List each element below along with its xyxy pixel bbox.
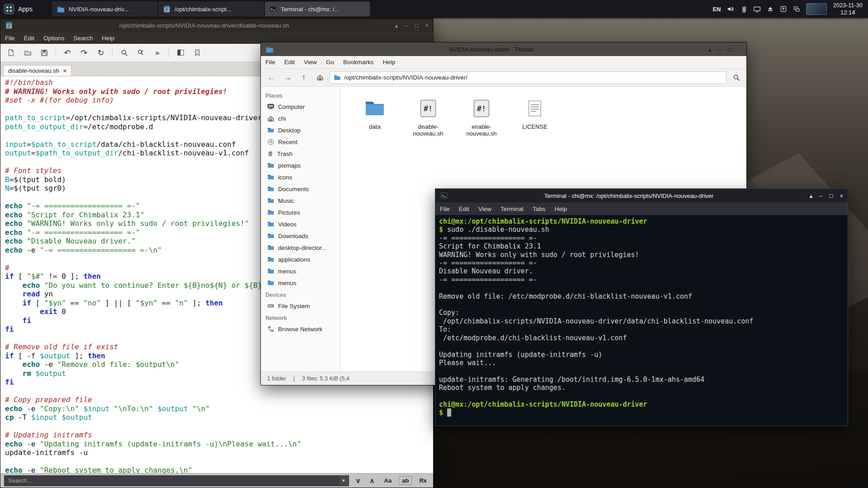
search-history-dropdown[interactable]: ▾ — [339, 475, 349, 486]
maximize-button[interactable]: □ — [830, 193, 833, 199]
replace-button[interactable] — [133, 46, 148, 60]
regex-toggle[interactable]: Rx — [416, 477, 429, 484]
thunar-menu-file[interactable]: File — [261, 57, 280, 67]
thunar-titlebar[interactable]: NVIDIA-nouveau-driver - Thunar ▴ – □ × — [261, 42, 746, 56]
taskbar-button-terminal[interactable]: Terminal - chi@mx: /... — [265, 2, 370, 16]
shade-button[interactable]: ▴ — [810, 193, 813, 199]
thunar-menu-bookmarks[interactable]: Bookmarks — [339, 57, 378, 67]
bookmark-button[interactable] — [189, 46, 205, 60]
find-button[interactable] — [116, 46, 132, 60]
apps-menu-button[interactable]: Apps — [2, 2, 37, 16]
terminal-titlebar[interactable]: Terminal - chi@mx: /opt/chimbalix-script… — [435, 189, 848, 202]
editor-find-bar: ▾ ∨ ∧ Aa ab Rx — [0, 473, 433, 488]
display-icon[interactable] — [753, 5, 761, 13]
shade-button[interactable]: ▴ — [708, 47, 712, 52]
minimize-button[interactable]: – — [718, 47, 721, 52]
terminal-menu-tabs[interactable]: Tabs — [528, 204, 550, 214]
editor-menu-search[interactable]: Search — [69, 33, 98, 43]
up-button[interactable]: ↑ — [297, 71, 311, 84]
editor-menu-options[interactable]: Options — [39, 33, 69, 43]
taskbar-button-editor[interactable]: /opt/chimbalix-script... — [159, 2, 264, 16]
sidebar-item-pixmaps[interactable]: pixmaps — [261, 160, 340, 171]
sidebar-item-computer[interactable]: Computer — [261, 101, 340, 113]
maximize-button[interactable]: □ — [415, 23, 419, 28]
thunar-menu-view[interactable]: View — [299, 57, 321, 67]
file-enable-nouveau-sh[interactable]: #!enable-nouveau.sh — [461, 98, 502, 137]
shade-button[interactable]: ▴ — [395, 23, 398, 28]
new-file-button[interactable] — [3, 46, 19, 60]
thunar-menu-help[interactable]: Help — [378, 57, 400, 67]
maximize-button[interactable]: □ — [728, 47, 732, 52]
sidebar-item-menus[interactable]: menus — [261, 277, 340, 289]
find-previous-button[interactable]: ∧ — [368, 477, 377, 485]
terminal-menu-view[interactable]: View — [474, 204, 496, 214]
back-button[interactable]: ← — [264, 71, 278, 84]
editor-menu-file[interactable]: File — [0, 33, 19, 43]
home-button[interactable] — [313, 71, 327, 84]
sidebar-item-music[interactable]: Music — [261, 195, 340, 206]
sidebar-item-desktop[interactable]: Desktop — [261, 124, 340, 136]
forward-button[interactable]: → — [281, 71, 294, 84]
file-disable-nouveau-sh[interactable]: #!disable-nouveau.sh — [407, 98, 449, 137]
folder-icon — [267, 267, 274, 275]
sidebar-item-trash[interactable]: Trash — [261, 148, 340, 160]
sidebar-item-file-system[interactable]: File System — [261, 300, 340, 312]
tab-disable-nouveau[interactable]: disable-nouveau.sh × — [3, 65, 71, 76]
redo-button[interactable]: ↷ — [76, 46, 92, 60]
workspace-switcher[interactable] — [806, 3, 827, 15]
match-case-toggle[interactable]: Aa — [382, 477, 395, 484]
path-bar[interactable]: /opt/chimbalix-scripts/NVIDIA-nouveau-dr… — [330, 71, 726, 84]
save-button[interactable] — [37, 46, 52, 60]
whole-word-toggle[interactable]: ab — [399, 476, 412, 485]
taskbar-button-filemanager[interactable]: NVIDIA-nouveau-driv... — [52, 2, 157, 16]
find-next-button[interactable]: ∨ — [354, 477, 363, 485]
sidebar-item-chi[interactable]: chi — [261, 113, 340, 124]
close-button[interactable]: × — [425, 23, 429, 28]
sidebar-item-videos[interactable]: Videos — [261, 218, 340, 230]
more-tools-button[interactable]: » — [150, 46, 165, 60]
status-separator: | — [293, 375, 295, 382]
side-pane-button[interactable] — [173, 46, 188, 60]
terminal-line: Copy: — [439, 309, 844, 317]
open-file-button[interactable] — [20, 46, 35, 60]
terminal-menu-terminal[interactable]: Terminal — [496, 204, 528, 214]
windows-icon[interactable] — [793, 5, 800, 13]
clock[interactable]: 2023-11-30 12:14 — [833, 2, 863, 17]
file-license[interactable]: LICENSE — [514, 98, 556, 131]
close-button[interactable]: × — [840, 193, 843, 199]
folder-icon — [267, 127, 274, 134]
folder-icon — [267, 162, 274, 169]
editor-menu-edit[interactable]: Edit — [19, 33, 39, 43]
keyboard-layout-indicator[interactable]: EN — [712, 6, 721, 13]
tab-close-icon[interactable]: × — [63, 67, 67, 74]
sidebar-item-downloads[interactable]: Downloads — [261, 230, 340, 242]
reload-button[interactable]: ↻ — [93, 46, 108, 60]
sidebar-item-desktop-director[interactable]: desktop-director... — [261, 242, 340, 253]
terminal-menu-file[interactable]: File — [435, 204, 454, 214]
minimize-button[interactable]: – — [819, 193, 822, 199]
sidebar-item-pictures[interactable]: Pictures — [261, 206, 340, 218]
close-button[interactable]: × — [738, 47, 742, 52]
sidebar-item-applications[interactable]: applications — [261, 253, 340, 265]
sidebar-item-recent[interactable]: Recent — [261, 136, 340, 148]
editor-titlebar[interactable]: /opt/chimbalix-scripts/NVIDIA-nouveau-dr… — [0, 19, 433, 32]
eject-icon[interactable] — [767, 5, 774, 13]
sidebar-item-icons[interactable]: icons — [261, 171, 340, 183]
sidebar-item-menus[interactable]: menus — [261, 265, 340, 277]
search-button[interactable] — [729, 71, 743, 84]
sidebar-item-browse-network[interactable]: Browse Network — [261, 323, 340, 335]
sidebar-item-documents[interactable]: Documents — [261, 183, 340, 195]
editor-menu-help[interactable]: Help — [97, 33, 119, 43]
thunar-menu-edit[interactable]: Edit — [280, 57, 299, 67]
search-input[interactable] — [4, 475, 339, 486]
terminal-screen[interactable]: chi@mx:/opt/chimbalix-scripts/NVIDIA-nou… — [435, 215, 848, 426]
terminal-menu-help[interactable]: Help — [550, 204, 572, 214]
terminal-menu-edit[interactable]: Edit — [454, 204, 474, 214]
file-data[interactable]: data — [354, 98, 396, 131]
updates-icon[interactable] — [780, 5, 787, 13]
clipboard-icon[interactable] — [741, 5, 747, 13]
volume-icon[interactable] — [726, 5, 735, 13]
thunar-menu-go[interactable]: Go — [321, 57, 339, 67]
undo-button[interactable]: ↶ — [60, 46, 75, 60]
minimize-button[interactable]: – — [405, 23, 408, 28]
